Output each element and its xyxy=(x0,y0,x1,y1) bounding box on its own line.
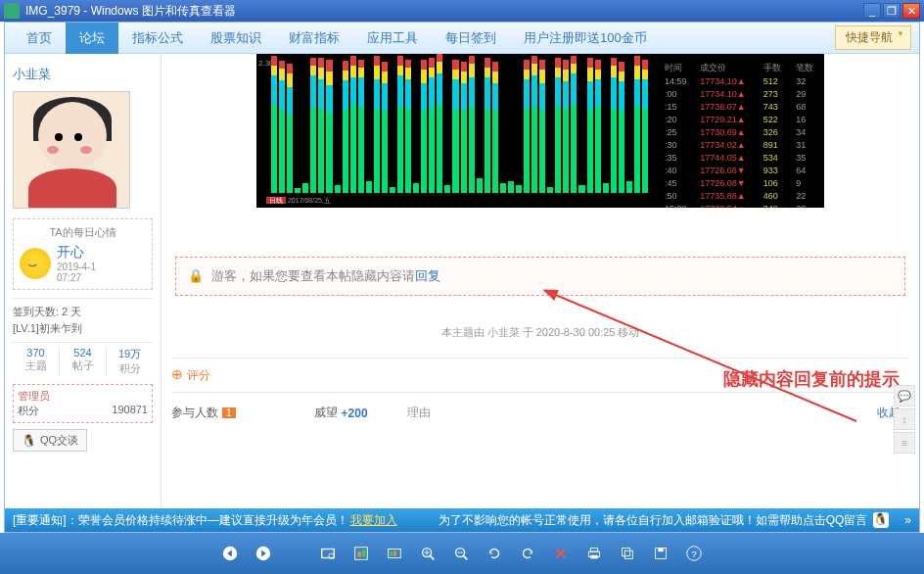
stat-threads-num: 370 xyxy=(13,347,59,359)
viewer-toolbar: ? xyxy=(0,533,924,574)
penguin-icon[interactable]: 🐧 xyxy=(873,512,889,528)
window-title: IMG_3979 - Windows 图片和传真查看器 xyxy=(25,3,236,20)
participants-label: 参与人数 xyxy=(171,405,218,421)
list-icon[interactable]: ≡ xyxy=(894,432,915,454)
nav-stock-knowledge[interactable]: 股票知识 xyxy=(197,23,275,54)
chart-data-table: 时间成交价手数笔数14:5917734.10▲51232:0017734.10▲… xyxy=(661,62,822,208)
hidden-content-notice: 🔒 游客，如果您要查看本帖隐藏内容请回复 xyxy=(175,257,905,296)
svg-rect-16 xyxy=(623,549,630,556)
svg-rect-10 xyxy=(393,550,396,555)
nav-checkin[interactable]: 每日签到 xyxy=(432,23,510,54)
stat-posts-num: 524 xyxy=(60,347,106,359)
top-nav: 首页 论坛 指标公式 股票知识 财富指标 应用工具 每日签到 用户注册即送100… xyxy=(5,23,919,54)
user-stats: 370主题 524帖子 19万积分 xyxy=(13,342,153,376)
user-sidebar: 小韭菜 TA的每日心情 开心 2019-4-1 07:27 签到天数: xyxy=(5,54,162,508)
app-icon xyxy=(4,3,20,19)
notice-join-link[interactable]: 我要加入 xyxy=(350,512,397,529)
minimize-button[interactable]: _ xyxy=(863,3,881,19)
svg-rect-19 xyxy=(658,549,663,552)
annotation-text: 隐藏内容回复前的提示 xyxy=(723,367,900,392)
username-link[interactable]: 小韭菜 xyxy=(13,62,153,91)
rate-label[interactable]: 评分 xyxy=(187,368,210,382)
delete-button[interactable] xyxy=(550,543,572,564)
nav-indicators[interactable]: 指标公式 xyxy=(118,23,197,54)
admin-box: 管理员 积分 190871 xyxy=(13,384,153,423)
mood-time: 07:27 xyxy=(57,272,96,283)
reply-link[interactable]: 回复 xyxy=(415,268,440,283)
mood-date: 2019-4-1 xyxy=(57,262,96,272)
mood-name: 开心 xyxy=(57,244,96,262)
copy-button[interactable] xyxy=(617,543,638,564)
help-button[interactable]: ? xyxy=(683,543,705,564)
svg-rect-6 xyxy=(357,551,361,556)
reason-label: 理由 xyxy=(407,405,431,421)
lock-icon: 🔒 xyxy=(188,268,204,283)
mood-box: TA的每日心情 开心 2019-4-1 07:27 xyxy=(13,218,153,290)
stock-chart-image: 2.30 日线 2017/08/25,五 时间成交价手数笔数14:5917734… xyxy=(256,54,824,208)
svg-rect-14 xyxy=(590,549,597,552)
rotate-ccw-button[interactable] xyxy=(484,543,505,564)
stat-credits-num: 19万 xyxy=(107,347,153,361)
chat-bubble-icon[interactable]: 💬 xyxy=(894,385,915,407)
slideshow-button[interactable] xyxy=(384,543,405,564)
maximize-button[interactable]: ❐ xyxy=(883,3,901,19)
up-arrow-icon[interactable]: ↕ xyxy=(894,408,915,430)
notice-chevron-icon[interactable]: » xyxy=(904,513,911,527)
credit-value: 190871 xyxy=(112,404,148,418)
svg-rect-7 xyxy=(362,550,366,556)
nav-tools[interactable]: 应用工具 xyxy=(353,23,432,54)
fit-window-button[interactable] xyxy=(317,543,339,564)
print-button[interactable] xyxy=(583,543,605,564)
svg-rect-9 xyxy=(391,551,393,556)
mood-face-icon xyxy=(20,248,51,279)
svg-rect-15 xyxy=(590,555,597,559)
viewer-content: 首页 论坛 指标公式 股票知识 财富指标 应用工具 每日签到 用户注册即送100… xyxy=(4,22,920,533)
notice-part2: 为了不影响您的帐号正常使用，请各位自行加入邮箱验证哦！如需帮助点击QQ留言 xyxy=(439,512,868,529)
admin-role: 管理员 xyxy=(18,389,148,404)
rotate-cw-button[interactable] xyxy=(517,543,538,564)
save-button[interactable] xyxy=(650,543,671,564)
signin-level: [LV.1]初来乍到 xyxy=(13,319,153,336)
hidden-msg-text: 游客，如果您要查看本帖隐藏内容请 xyxy=(211,268,415,283)
participants-count: 1 xyxy=(222,407,236,418)
window-titlebar: IMG_3979 - Windows 图片和传真查看器 _ ❐ ✕ xyxy=(0,0,924,22)
notice-bar: [重要通知]：荣誉会员价格持续待涨中—建议直接升级为年会员！ 我要加入 为了不影… xyxy=(5,508,919,532)
signin-days: 签到天数: 2 天 xyxy=(13,298,153,319)
zoom-in-button[interactable] xyxy=(417,543,439,564)
credit-label: 积分 xyxy=(18,404,39,418)
qq-chat-button[interactable]: QQ交谈 xyxy=(13,429,87,452)
prestige-label: 威望 xyxy=(314,405,338,421)
thread-meta: 本主题由 小韭菜 于 2020-8-30 00:25 移动 xyxy=(171,325,909,340)
zoom-out-button[interactable] xyxy=(450,543,472,564)
quick-nav-button[interactable]: 快捷导航 xyxy=(835,25,911,50)
nav-home[interactable]: 首页 xyxy=(13,23,66,54)
prev-image-button[interactable] xyxy=(219,543,241,564)
svg-rect-17 xyxy=(624,550,632,558)
close-button[interactable]: ✕ xyxy=(902,3,920,19)
actual-size-button[interactable] xyxy=(350,543,372,564)
avatar[interactable] xyxy=(13,91,130,209)
nav-register[interactable]: 用户注册即送100金币 xyxy=(510,23,661,54)
nav-wealth[interactable]: 财富指标 xyxy=(275,23,353,54)
right-toolbar: 💬 ↕ ≡ xyxy=(894,385,915,455)
next-image-button[interactable] xyxy=(253,543,274,564)
prestige-value: +200 xyxy=(342,407,368,420)
rate-icon: ⊕ xyxy=(171,366,183,382)
notice-part1: [重要通知]：荣誉会员价格持续待涨中—建议直接升级为年会员！ xyxy=(13,512,348,529)
nav-forum[interactable]: 论坛 xyxy=(66,23,118,54)
post-area: 2.30 日线 2017/08/25,五 时间成交价手数笔数14:5917734… xyxy=(162,54,919,508)
svg-text:?: ? xyxy=(691,549,697,559)
mood-title: TA的每日心情 xyxy=(20,225,146,240)
